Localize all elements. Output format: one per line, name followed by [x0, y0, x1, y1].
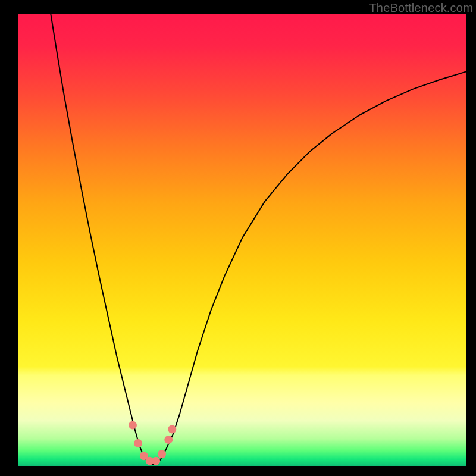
curve-marker [164, 436, 173, 444]
chart-plot-area [18, 14, 466, 466]
curve-marker [168, 425, 176, 433]
curve-marker [134, 439, 142, 447]
chart-frame: TheBottleneck.com [0, 0, 476, 476]
chart-svg [18, 14, 466, 466]
watermark-text: TheBottleneck.com [369, 1, 473, 15]
chart-background-gradient [18, 14, 466, 466]
curve-marker [152, 457, 160, 465]
curve-marker [158, 450, 166, 458]
curve-marker [129, 421, 137, 430]
